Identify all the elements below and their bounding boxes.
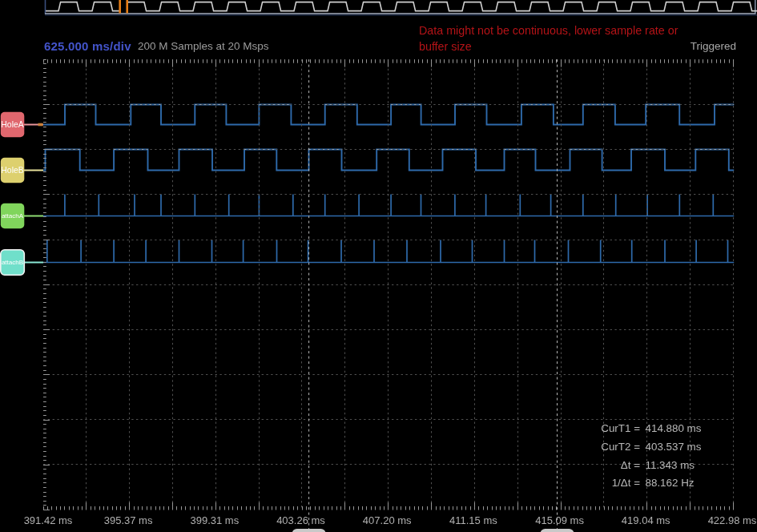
svg-text:HoleB: HoleB [1,166,23,175]
svg-text:attachB: attachB [2,259,23,266]
svg-text:415.09 ms: 415.09 ms [535,514,584,526]
svg-text:391.42 ms: 391.42 ms [24,514,73,526]
svg-text:Δt =: Δt = [621,459,640,471]
svg-text:407.20 ms: 407.20 ms [363,514,412,526]
svg-text:11.343 ms: 11.343 ms [646,459,695,471]
svg-text:403.537 ms: 403.537 ms [646,441,702,453]
svg-text:411.15 ms: 411.15 ms [449,514,497,526]
svg-text:399.31 ms: 399.31 ms [190,514,239,526]
svg-text:414.880 ms: 414.880 ms [646,422,702,434]
svg-text:422.98 ms: 422.98 ms [708,514,757,526]
svg-text:1/Δt =: 1/Δt = [612,477,641,489]
svg-text:403.26 ms: 403.26 ms [276,514,325,526]
svg-text:attachA: attachA [2,212,24,220]
svg-text:CurT1 =: CurT1 = [601,422,640,434]
svg-text:395.37 ms: 395.37 ms [104,514,153,526]
svg-text:CurT2 =: CurT2 = [601,441,640,453]
svg-text:419.04 ms: 419.04 ms [622,514,670,526]
svg-text:HoleA: HoleA [1,120,23,129]
svg-text:88.162 Hz: 88.162 Hz [646,477,695,489]
